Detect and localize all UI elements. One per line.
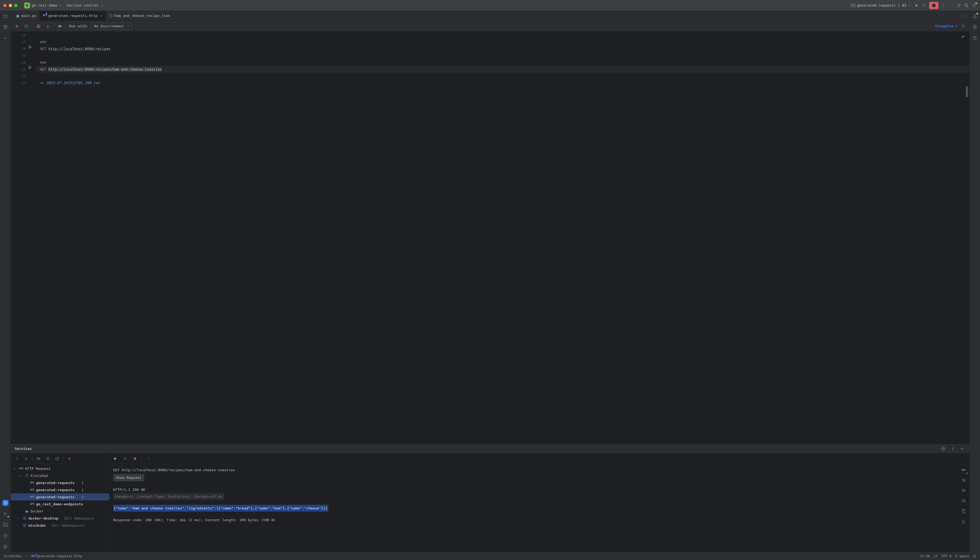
editor-line[interactable]: 17### bbox=[11, 38, 969, 45]
indent-config[interactable]: 0 space bbox=[955, 554, 969, 558]
tab-generated-requests[interactable]: API generated-requests.http ✕ bbox=[40, 11, 106, 20]
version-control-menu[interactable]: Version control ▾ bbox=[65, 2, 104, 8]
run-button[interactable] bbox=[914, 3, 919, 8]
tree-node-docker-desktop[interactable]: › docker-desktop [All Namespace bbox=[11, 515, 109, 522]
tree-request-item[interactable]: APIgenerated-requests | bbox=[11, 486, 109, 493]
run-gutter-button[interactable] bbox=[28, 66, 35, 73]
hide-panel-button[interactable]: — bbox=[959, 445, 965, 452]
tree-request-item[interactable]: APIgenerated-requests | bbox=[11, 479, 109, 486]
tree-request-item[interactable]: APIgenerated-requests | bbox=[11, 493, 109, 500]
tree-node-docker[interactable]: Docker bbox=[11, 508, 109, 515]
readonly-toggle[interactable] bbox=[973, 554, 976, 558]
filter-button[interactable] bbox=[45, 455, 51, 462]
services-tree[interactable]: ▾ API HTTP Request ▾ Finished APIgenerat… bbox=[11, 464, 109, 552]
run-tool-button[interactable] bbox=[2, 511, 8, 517]
ai-assist-button[interactable] bbox=[960, 23, 966, 30]
environment-selector[interactable]: No Environment ▾ bbox=[91, 23, 132, 30]
close-view-button[interactable]: ✕ bbox=[23, 455, 30, 462]
debug-button[interactable] bbox=[922, 3, 927, 8]
problems-tool-button[interactable] bbox=[2, 533, 8, 539]
editor-line[interactable]: 19 bbox=[11, 52, 969, 59]
zoom-window-button[interactable] bbox=[14, 4, 17, 7]
caret-position[interactable]: 21:58 bbox=[920, 554, 930, 558]
project-tool-button[interactable] bbox=[2, 13, 8, 19]
copy-response-button[interactable] bbox=[960, 508, 967, 515]
svg-text:API: API bbox=[851, 4, 855, 7]
tab-ham-and-cheese-json[interactable]: {} ham_and_cheese_recipe.json bbox=[106, 11, 174, 20]
inspection-ok-icon[interactable] bbox=[961, 34, 965, 39]
editor-line[interactable]: 21GET http://localhost:8080/recipes/ham-… bbox=[11, 66, 969, 73]
scroll-to-end-button[interactable] bbox=[960, 498, 967, 504]
response-body[interactable]: GET http://localhost:8080/recipes/ham-an… bbox=[109, 464, 969, 552]
tab-label: main.go bbox=[21, 14, 36, 18]
add-service-button[interactable] bbox=[66, 455, 73, 462]
database-tool-button[interactable] bbox=[972, 24, 978, 30]
tab-options-button[interactable]: ⋮ bbox=[961, 11, 969, 20]
editor-line[interactable]: 18GET http://localhost:8080/recipes bbox=[11, 45, 969, 52]
notifications-button[interactable] bbox=[972, 13, 978, 19]
editor-line[interactable]: 16 bbox=[11, 32, 969, 38]
convert-button[interactable] bbox=[35, 23, 42, 30]
close-tab-button[interactable]: ✕ bbox=[100, 14, 102, 18]
rerun-button[interactable] bbox=[112, 455, 119, 462]
code-editor[interactable]: 1617###18GET http://localhost:8080/recip… bbox=[11, 32, 969, 443]
settings-button[interactable] bbox=[971, 3, 977, 8]
more-actions-button[interactable]: ⋮ bbox=[941, 3, 946, 8]
tree-node-http-request[interactable]: ▾ API HTTP Request bbox=[11, 465, 109, 472]
project-selector[interactable]: G go-rest-demo ▾ bbox=[22, 2, 63, 10]
editor-line[interactable]: 23<> 2023-07-24T232701.200.txt bbox=[11, 80, 969, 86]
examples-button[interactable]: *Examples ▾ bbox=[935, 24, 957, 28]
show-request-button[interactable]: Show Request bbox=[113, 474, 144, 481]
run-all-button[interactable] bbox=[57, 23, 63, 30]
structure-tool-button[interactable] bbox=[2, 24, 8, 30]
refresh-icon bbox=[25, 474, 29, 478]
view-source-button[interactable] bbox=[960, 467, 967, 473]
soft-wrap-button[interactable] bbox=[960, 477, 967, 483]
tab-label: generated-requests.http bbox=[48, 14, 98, 18]
import-button[interactable] bbox=[45, 23, 51, 30]
scroll-to-top-button[interactable] bbox=[960, 487, 967, 494]
tab-main-go[interactable]: main.go bbox=[13, 11, 40, 20]
right-tool-stripe bbox=[969, 11, 980, 552]
run-gutter-button[interactable] bbox=[28, 45, 35, 52]
tree-node-finished[interactable]: ▾ Finished bbox=[11, 472, 109, 479]
target-button[interactable] bbox=[940, 445, 947, 452]
expand-collapse-button[interactable] bbox=[14, 455, 20, 462]
tree-request-item[interactable]: APIgo_rest_demo-endpoints bbox=[11, 500, 109, 508]
services-tool-button[interactable] bbox=[2, 500, 8, 506]
endpoints-tool-button[interactable] bbox=[972, 35, 978, 41]
code-with-me-button[interactable] bbox=[956, 3, 962, 8]
stop-request-button[interactable] bbox=[132, 455, 138, 462]
search-everywhere-button[interactable] bbox=[963, 3, 969, 8]
services-options-button[interactable]: ⋮ bbox=[949, 445, 956, 452]
git-tool-button[interactable] bbox=[2, 543, 8, 550]
run-configuration-selector[interactable]: API generated-requests | #3 ▾ bbox=[849, 2, 912, 8]
editor-line[interactable]: 22 bbox=[11, 73, 969, 80]
history-button[interactable] bbox=[23, 23, 30, 30]
open-new-tab-button[interactable] bbox=[54, 455, 60, 462]
terminal-tool-button[interactable] bbox=[2, 522, 8, 528]
stop-button[interactable] bbox=[929, 2, 938, 9]
minimize-window-button[interactable] bbox=[9, 4, 12, 7]
breadcrumb-file-label: generated-requests.http bbox=[37, 554, 82, 558]
chevron-right-icon: › bbox=[17, 517, 21, 520]
breadcrumb-file[interactable]: API generated-requests.http bbox=[31, 554, 82, 558]
editor-scrollbar[interactable] bbox=[966, 86, 968, 97]
debug-request-button[interactable] bbox=[122, 455, 129, 462]
svg-rect-15 bbox=[4, 25, 5, 27]
file-encoding[interactable]: UTF-8 bbox=[942, 554, 951, 558]
fold-toggle-icon[interactable]: › bbox=[109, 494, 111, 501]
tree-node-minikube[interactable]: › minikube [All Namespaces] bbox=[11, 522, 109, 529]
breadcrumb-root[interactable]: Scratches bbox=[4, 554, 22, 558]
response-options-button[interactable]: ⋮ bbox=[145, 455, 152, 462]
response-headers-folded[interactable]: (Headers) …Content-Type: text/plain; cha… bbox=[113, 493, 224, 500]
svg-point-12 bbox=[965, 4, 967, 7]
show-hidden-button[interactable] bbox=[35, 455, 42, 462]
editor-line[interactable]: 20### bbox=[11, 59, 969, 66]
close-window-button[interactable] bbox=[3, 4, 7, 7]
line-separator[interactable]: LF bbox=[934, 554, 938, 558]
save-response-button[interactable] bbox=[960, 518, 967, 525]
more-tool-button[interactable]: ⋯ bbox=[2, 35, 8, 41]
gutter-spacer bbox=[28, 52, 35, 59]
add-request-button[interactable] bbox=[14, 23, 20, 30]
